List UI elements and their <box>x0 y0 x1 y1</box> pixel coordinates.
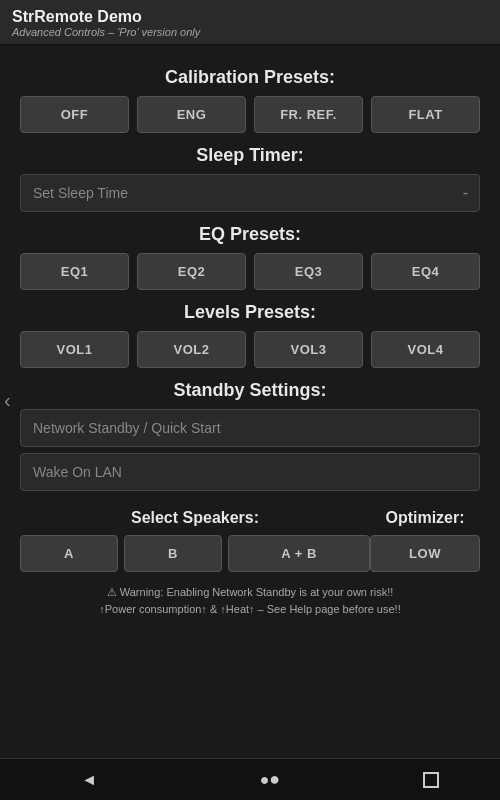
app-subtitle: Advanced Controls – 'Pro' version only <box>12 26 488 38</box>
calibration-title: Calibration Presets: <box>20 67 480 88</box>
bottom-nav: ● <box>0 758 500 800</box>
nav-back-button[interactable] <box>61 763 117 796</box>
speaker-b-button[interactable]: B <box>124 535 222 572</box>
warning-line1: ⚠ Warning: Enabling Network Standby is a… <box>20 584 480 601</box>
vol2-button[interactable]: VOL2 <box>137 331 246 368</box>
speaker-ab-button[interactable]: A + B <box>228 535 370 572</box>
calibration-frref-button[interactable]: FR. REF. <box>254 96 363 133</box>
eq2-button[interactable]: EQ2 <box>137 253 246 290</box>
standby-settings-title: Standby Settings: <box>20 380 480 401</box>
speakers-btn-grid: A B A + B <box>20 535 370 572</box>
sleep-timer-wrapper: Set Sleep Time 15 min 30 min 45 min 60 m… <box>20 174 480 212</box>
header: StrRemote Demo Advanced Controls – 'Pro'… <box>0 0 500 45</box>
left-chevron-icon[interactable]: ‹ <box>0 381 15 420</box>
optimizer-btn-grid: LOW <box>370 535 480 572</box>
calibration-eng-button[interactable]: ENG <box>137 96 246 133</box>
wake-on-lan-field[interactable]: Wake On LAN <box>20 453 480 491</box>
optimizer-title: Optimizer: <box>370 509 480 527</box>
speaker-a-button[interactable]: A <box>20 535 118 572</box>
calibration-off-button[interactable]: OFF <box>20 96 129 133</box>
select-speakers-title: Select Speakers: <box>20 509 370 527</box>
network-standby-field[interactable]: Network Standby / Quick Start <box>20 409 480 447</box>
speakers-optimizer-row: Select Speakers: A B A + B Optimizer: LO… <box>20 497 480 576</box>
subtitle-text: Advanced Controls <box>12 26 105 38</box>
warning-block: ⚠ Warning: Enabling Network Standby is a… <box>20 584 480 617</box>
calibration-flat-button[interactable]: FLAT <box>371 96 480 133</box>
nav-home-button[interactable]: ● <box>240 763 301 796</box>
main-content: Calibration Presets: OFF ENG FR. REF. FL… <box>0 45 500 758</box>
vol4-button[interactable]: VOL4 <box>371 331 480 368</box>
eq1-button[interactable]: EQ1 <box>20 253 129 290</box>
sleep-timer-select[interactable]: Set Sleep Time 15 min 30 min 45 min 60 m… <box>20 174 480 212</box>
nav-recents-button[interactable] <box>423 772 439 788</box>
vol1-button[interactable]: VOL1 <box>20 331 129 368</box>
subtitle-note: – 'Pro' version only <box>108 26 200 38</box>
optimizer-section: Optimizer: LOW <box>370 497 480 576</box>
app-title: StrRemote Demo <box>12 8 488 26</box>
eq-presets-title: EQ Presets: <box>20 224 480 245</box>
optimizer-low-button[interactable]: LOW <box>370 535 480 572</box>
vol3-button[interactable]: VOL3 <box>254 331 363 368</box>
eq4-button[interactable]: EQ4 <box>371 253 480 290</box>
speakers-section: Select Speakers: A B A + B <box>20 497 370 572</box>
levels-presets-title: Levels Presets: <box>20 302 480 323</box>
eq-presets-grid: EQ1 EQ2 EQ3 EQ4 <box>20 253 480 290</box>
calibration-presets-grid: OFF ENG FR. REF. FLAT <box>20 96 480 133</box>
warning-line2: ↑Power consumption↑ & ↑Heat↑ – See Help … <box>20 601 480 618</box>
sleep-timer-title: Sleep Timer: <box>20 145 480 166</box>
levels-presets-grid: VOL1 VOL2 VOL3 VOL4 <box>20 331 480 368</box>
eq3-button[interactable]: EQ3 <box>254 253 363 290</box>
